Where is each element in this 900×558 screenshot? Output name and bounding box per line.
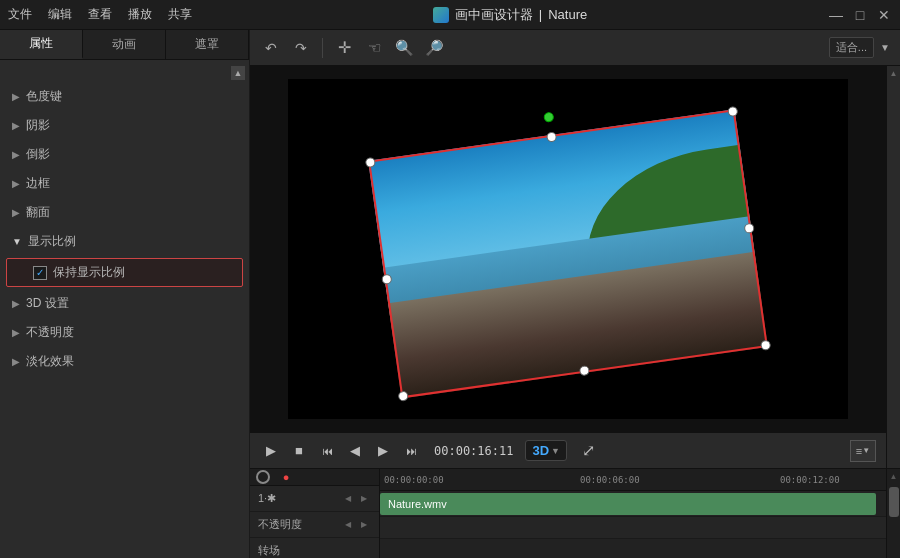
rotation-handle[interactable] bbox=[543, 111, 554, 122]
arrow-flip: ▶ bbox=[12, 207, 20, 218]
cursor-tool[interactable]: ✛ bbox=[331, 35, 357, 61]
display-ratio-label: 显示比例 bbox=[28, 233, 76, 250]
timeline-left: ● 1·✱ ◀ ▶ 不透明度 ◀ ▶ bbox=[250, 469, 380, 558]
arrow-fade: ▶ bbox=[12, 356, 20, 367]
hand-tool[interactable]: ☜ bbox=[361, 35, 387, 61]
track-arrow-left[interactable]: ◀ bbox=[341, 492, 355, 506]
tab-animation[interactable]: 动画 bbox=[83, 30, 166, 59]
stop-button[interactable]: ■ bbox=[288, 440, 310, 462]
3d-mode-button[interactable]: 3D ▼ bbox=[525, 440, 567, 461]
timecode-display: 00:00:16:11 bbox=[434, 444, 513, 458]
preview-area[interactable] bbox=[250, 66, 886, 432]
window-controls[interactable]: — □ ✕ bbox=[828, 7, 892, 23]
border-label: 边框 bbox=[26, 175, 50, 192]
opacity-track-arrows[interactable]: ◀ ▶ bbox=[341, 518, 371, 532]
fast-fwd-button[interactable]: ⏭ bbox=[400, 440, 422, 462]
menu-share[interactable]: 共享 bbox=[168, 6, 192, 23]
panel-item-fade[interactable]: ▶ 淡化效果 bbox=[0, 347, 249, 376]
panel-item-reflection[interactable]: ▶ 倒影 bbox=[0, 140, 249, 169]
keep-ratio-item[interactable]: 保持显示比例 bbox=[6, 258, 243, 287]
step-fwd-button[interactable]: ▶ bbox=[372, 440, 394, 462]
preview-scrollbar[interactable]: ▲ bbox=[886, 66, 900, 468]
time-marker-6: 00:00:06:00 bbox=[580, 475, 640, 485]
arrow-chroma: ▶ bbox=[12, 91, 20, 102]
redo-button[interactable]: ↷ bbox=[288, 35, 314, 61]
prev-button[interactable]: ⏮ bbox=[316, 440, 338, 462]
timeline-icon-circle[interactable] bbox=[256, 470, 270, 484]
keep-ratio-checkbox[interactable] bbox=[33, 266, 47, 280]
track-1-label: 1·✱ ◀ ▶ bbox=[250, 486, 379, 512]
tab-mask[interactable]: 遮罩 bbox=[166, 30, 249, 59]
effects-track-name: 转场 bbox=[258, 543, 280, 558]
opacity-label: 不透明度 bbox=[26, 324, 74, 341]
preview-scroll-up[interactable]: ▲ bbox=[887, 66, 901, 80]
app-icon bbox=[433, 7, 449, 23]
toolbar-separator bbox=[322, 38, 323, 58]
arrow-opacity: ▶ bbox=[12, 327, 20, 338]
panel-item-shadow[interactable]: ▶ 阴影 bbox=[0, 111, 249, 140]
app-title-area: 画中画设计器 | Nature bbox=[192, 6, 828, 24]
opacity-track-name: 不透明度 bbox=[258, 517, 302, 532]
video-track-row[interactable]: Nature.wmv bbox=[380, 491, 886, 517]
panel-content: ▲ ▶ 色度键 ▶ 阴影 ▶ 倒影 ▶ 边框 ▶ 翻面 bbox=[0, 60, 249, 558]
opacity-arrow-left[interactable]: ◀ bbox=[341, 518, 355, 532]
3d-dropdown-arrow: ▼ bbox=[551, 446, 560, 456]
close-button[interactable]: ✕ bbox=[876, 7, 892, 23]
panel-item-flip[interactable]: ▶ 翻面 bbox=[0, 198, 249, 227]
time-marker-12: 00:00:12:00 bbox=[780, 475, 840, 485]
panel-scroll-up[interactable]: ▲ bbox=[231, 66, 245, 80]
menu-edit[interactable]: 编辑 bbox=[48, 6, 72, 23]
3d-label: 3D bbox=[532, 443, 549, 458]
zoom-dropdown[interactable]: ▼ bbox=[878, 35, 892, 61]
zoom-in-tool[interactable]: 🔎 bbox=[421, 35, 447, 61]
play-button[interactable]: ▶ bbox=[260, 440, 282, 462]
preview-main: ▶ ■ ⏮ ◀ ▶ ⏭ 00:00:16:11 3D ▼ ⤢ ≡ bbox=[250, 66, 886, 468]
minimize-button[interactable]: — bbox=[828, 7, 844, 23]
title-bar: 文件 编辑 查看 播放 共享 画中画设计器 | Nature — □ ✕ bbox=[0, 0, 900, 30]
opacity-track-label: 不透明度 ◀ ▶ bbox=[250, 512, 379, 538]
controls-right: ≡ ▼ bbox=[850, 440, 876, 462]
effects-track-label: 转场 bbox=[250, 538, 379, 558]
view-dropdown-arrow: ▼ bbox=[862, 446, 870, 455]
keep-ratio-label: 保持显示比例 bbox=[53, 264, 125, 281]
clip-name: Nature.wmv bbox=[388, 498, 447, 510]
menu-play[interactable]: 播放 bbox=[128, 6, 152, 23]
panel-item-border[interactable]: ▶ 边框 bbox=[0, 169, 249, 198]
title-separator: | bbox=[539, 7, 542, 22]
panel-tabs[interactable]: 属性 动画 遮罩 bbox=[0, 30, 249, 60]
main-layout: 属性 动画 遮罩 ▲ ▶ 色度键 ▶ 阴影 ▶ 倒影 ▶ 边框 bbox=[0, 30, 900, 558]
zoom-out-tool[interactable]: 🔍 bbox=[391, 35, 417, 61]
left-panel: 属性 动画 遮罩 ▲ ▶ 色度键 ▶ 阴影 ▶ 倒影 ▶ 边框 bbox=[0, 30, 250, 558]
menu-file[interactable]: 文件 bbox=[8, 6, 32, 23]
undo-button[interactable]: ↶ bbox=[258, 35, 284, 61]
menu-bar[interactable]: 文件 编辑 查看 播放 共享 bbox=[8, 6, 192, 23]
fullscreen-button[interactable]: ⤢ bbox=[577, 440, 599, 462]
timeline-scroll-thumb[interactable] bbox=[889, 487, 899, 517]
panel-item-3d[interactable]: ▶ 3D 设置 bbox=[0, 289, 249, 318]
tab-properties[interactable]: 属性 bbox=[0, 30, 83, 59]
track-arrows[interactable]: ◀ ▶ bbox=[341, 492, 371, 506]
menu-view[interactable]: 查看 bbox=[88, 6, 112, 23]
timeline-scroll-up[interactable]: ▲ bbox=[887, 469, 901, 483]
panel-item-chroma[interactable]: ▶ 色度键 bbox=[0, 82, 249, 111]
video-clip[interactable]: Nature.wmv bbox=[380, 493, 876, 515]
time-marker-0: 00:00:00:00 bbox=[384, 475, 444, 485]
project-name-label: Nature bbox=[548, 7, 587, 22]
timeline-header-left: ● bbox=[250, 469, 379, 486]
reflection-label: 倒影 bbox=[26, 146, 50, 163]
track-arrow-right[interactable]: ▶ bbox=[357, 492, 371, 506]
timeline-icon-record[interactable]: ● bbox=[278, 469, 294, 485]
toolbar-right: 适合... ▼ bbox=[829, 35, 892, 61]
arrow-display-ratio: ▼ bbox=[12, 236, 22, 247]
view-options-button[interactable]: ≡ ▼ bbox=[850, 440, 876, 462]
zoom-label[interactable]: 适合... bbox=[829, 37, 874, 58]
panel-item-opacity[interactable]: ▶ 不透明度 bbox=[0, 318, 249, 347]
player-controls: ▶ ■ ⏮ ◀ ▶ ⏭ 00:00:16:11 3D ▼ ⤢ ≡ bbox=[250, 432, 886, 468]
panel-item-display-ratio[interactable]: ▼ 显示比例 bbox=[0, 227, 249, 256]
opacity-track-row[interactable] bbox=[380, 517, 886, 539]
maximize-button[interactable]: □ bbox=[852, 7, 868, 23]
opacity-arrow-right[interactable]: ▶ bbox=[357, 518, 371, 532]
fade-label: 淡化效果 bbox=[26, 353, 74, 370]
timeline-scrollbar[interactable]: ▲ bbox=[886, 469, 900, 558]
step-back-button[interactable]: ◀ bbox=[344, 440, 366, 462]
